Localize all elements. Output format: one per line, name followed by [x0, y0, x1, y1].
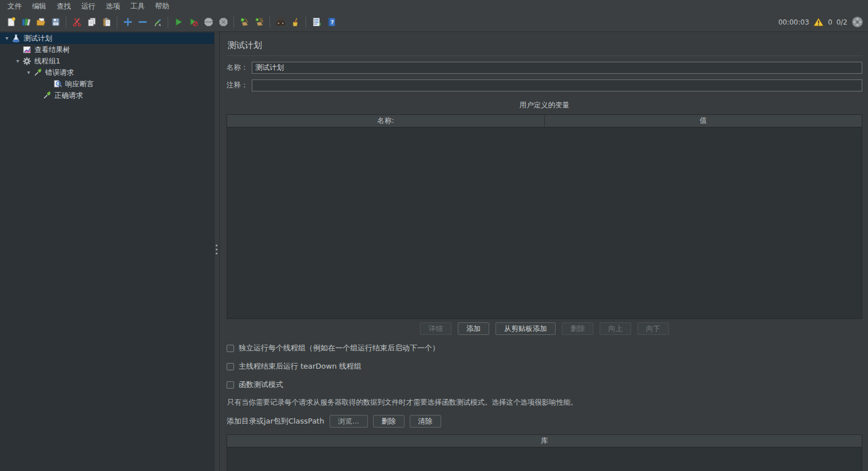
browse-button[interactable]: 浏览...	[330, 415, 368, 428]
function-helper-button[interactable]	[309, 15, 324, 30]
menu-options[interactable]: 选项	[101, 1, 125, 13]
classpath-label: 添加目录或jar包到ClassPath	[227, 416, 324, 426]
menu-search[interactable]: 查找	[51, 1, 76, 13]
new-icon	[6, 17, 16, 27]
start-button[interactable]	[171, 15, 186, 30]
tree-item-test-plan[interactable]: ▾ 测试计划	[0, 33, 214, 44]
name-input[interactable]	[252, 62, 862, 74]
clear-search-icon	[291, 17, 300, 27]
view-results-tree-icon	[22, 45, 31, 54]
tree-item-error-request[interactable]: ▾ 错误请求	[0, 67, 214, 78]
tree-item-label: 线程组1	[34, 57, 60, 66]
run-groups-serially-checkbox[interactable]	[227, 345, 234, 352]
expand-all-icon	[123, 17, 133, 27]
tree-main-splitter[interactable]	[214, 32, 220, 471]
user-defined-variables-title: 用户定义的变量	[227, 101, 862, 110]
library-table-body[interactable]	[227, 448, 862, 471]
chevron-down-icon[interactable]: ▾	[2, 34, 11, 43]
menu-tools[interactable]: 工具	[125, 1, 150, 13]
copy-button[interactable]	[84, 15, 99, 30]
thread-count: 0/2	[837, 18, 847, 26]
down-button[interactable]: 向下	[637, 322, 669, 335]
menubar: 文件 编辑 查找 运行 选项 工具 帮助	[0, 0, 868, 13]
start-no-pauses-button[interactable]	[186, 15, 201, 30]
cut-button[interactable]	[69, 15, 84, 30]
library-table: 库	[227, 434, 862, 471]
assertion-icon	[53, 79, 62, 89]
test-plan-tree: ▾ 测试计划 ▾ 查看结果树 ▾ 线程组1 ▾ 错误请求	[0, 32, 214, 471]
chevron-down-icon[interactable]: ▾	[13, 57, 22, 66]
clear-all-icon	[255, 17, 264, 27]
tree-item-correct-request[interactable]: ▾ 正确请求	[0, 90, 214, 101]
delete-button[interactable]: 删除	[562, 322, 593, 335]
column-header-name[interactable]: 名称:	[227, 115, 545, 127]
tree-item-label: 错误请求	[45, 68, 74, 78]
checkbox-label: 独立运行每个线程组（例如在一个组运行结束后启动下一个）	[239, 343, 439, 353]
paste-button[interactable]	[99, 15, 114, 30]
variables-table-body[interactable]	[227, 127, 862, 318]
functional-mode-checkbox[interactable]	[227, 381, 234, 389]
tree-item-thread-group[interactable]: ▾ 线程组1	[0, 55, 214, 67]
search-icon	[276, 17, 286, 27]
search-button[interactable]	[273, 15, 288, 30]
templates-button[interactable]	[18, 15, 33, 30]
column-header-value[interactable]: 值	[545, 115, 862, 127]
toolbar-status: 00:00:03 0 0/2	[778, 16, 863, 28]
up-button[interactable]: 向上	[600, 322, 631, 335]
help-button[interactable]: ?	[324, 15, 339, 30]
menu-edit[interactable]: 编辑	[27, 1, 51, 13]
classpath-clear-button[interactable]: 清除	[410, 415, 441, 428]
toolbar-separator	[66, 17, 66, 28]
menu-run[interactable]: 运行	[76, 1, 101, 13]
shutdown-button[interactable]	[216, 15, 231, 30]
toolbar-separator	[233, 17, 234, 28]
collapse-all-icon	[138, 17, 148, 27]
error-count: 0	[828, 18, 833, 26]
open-button[interactable]	[33, 15, 48, 30]
tree-item-view-results-tree[interactable]: ▾ 查看结果树	[0, 44, 214, 55]
add-from-clipboard-button[interactable]: 从剪贴板添加	[496, 322, 556, 335]
detail-button[interactable]: 详细	[420, 322, 451, 335]
user-defined-variables-table: 名称: 值	[227, 114, 862, 319]
tree-item-response-assertion[interactable]: ▾ 响应断言	[0, 78, 214, 90]
classpath-row: 添加目录或jar包到ClassPath 浏览... 删除 清除	[227, 415, 862, 428]
menu-help[interactable]: 帮助	[150, 1, 175, 13]
warning-icon[interactable]	[813, 17, 824, 27]
toolbar-separator	[168, 17, 168, 28]
page-title: 测试计划	[227, 39, 862, 56]
start-no-pauses-icon	[189, 17, 199, 27]
paste-icon	[102, 17, 112, 27]
library-column-header[interactable]: 库	[227, 435, 862, 448]
save-button[interactable]	[48, 15, 63, 30]
help-icon: ?	[327, 17, 336, 27]
clear-icon	[240, 17, 249, 27]
stop-button[interactable]: STOP	[201, 15, 216, 30]
clear-search-button[interactable]	[288, 15, 303, 30]
toggle-button[interactable]	[150, 15, 165, 30]
comment-input[interactable]	[252, 79, 862, 91]
sampler-icon	[42, 91, 51, 100]
sampler-icon	[33, 68, 42, 77]
functional-mode-row: 函数测试模式	[227, 380, 862, 390]
teardown-on-shutdown-row: 主线程结束后运行 tearDown 线程组	[227, 361, 862, 372]
clear-button[interactable]	[237, 15, 252, 30]
test-plan-config-panel: 测试计划 名称： 注释： 用户定义的变量 名称: 值 详细 添加 从剪贴板添加 …	[220, 32, 868, 471]
menu-file[interactable]: 文件	[2, 1, 27, 13]
chevron-down-icon[interactable]: ▾	[24, 68, 33, 77]
clear-all-button[interactable]	[252, 15, 267, 30]
functional-mode-note: 只有当你需要记录每个请求从服务器取得的数据到文件时才需要选择函数测试模式。选择这…	[227, 398, 862, 408]
collapse-all-button[interactable]	[135, 15, 150, 30]
name-label: 名称：	[227, 63, 252, 73]
splitter-grip-icon	[216, 245, 217, 254]
toolbar-separator	[306, 17, 306, 28]
expand-all-button[interactable]	[120, 15, 135, 30]
toggle-icon	[153, 17, 162, 27]
test-plan-icon	[11, 34, 21, 43]
save-icon	[51, 17, 61, 27]
teardown-on-shutdown-checkbox[interactable]	[227, 363, 234, 370]
add-button[interactable]: 添加	[458, 322, 489, 335]
new-button[interactable]	[3, 15, 18, 30]
thread-group-icon	[22, 57, 31, 66]
comment-label: 注释：	[227, 81, 252, 90]
classpath-delete-button[interactable]: 删除	[373, 415, 405, 428]
